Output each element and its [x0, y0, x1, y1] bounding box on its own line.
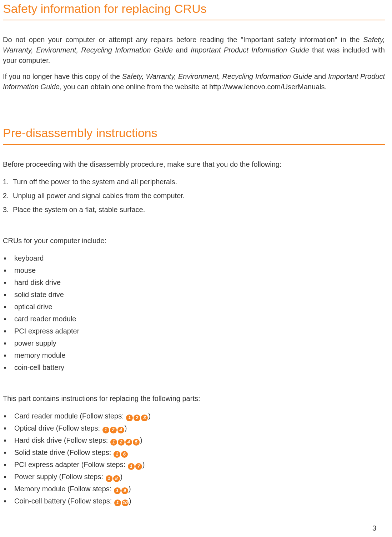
pre-intro-text: Before proceeding with the disassembly p…: [3, 159, 385, 170]
part-label: Card reader module (Follow steps:: [14, 412, 126, 420]
text: and: [312, 72, 328, 80]
text: If you no longer have this copy of the: [3, 72, 122, 80]
text: ): [129, 485, 131, 493]
step-badge-icon: 8: [113, 475, 120, 482]
text: ): [129, 497, 131, 505]
part-label: Optical drive (Follow steps:: [14, 424, 102, 432]
step-badge-icon: 6: [121, 451, 128, 458]
text: ): [120, 473, 123, 481]
step-badge-icon: 4: [125, 439, 132, 446]
list-item: hard disk drive: [11, 277, 385, 288]
list-item: Unplug all power and signal cables from …: [11, 191, 385, 201]
step-badge-icon: 1: [114, 451, 120, 458]
list-item: power supply: [11, 338, 385, 348]
list-item: Coin-cell battery (Follow steps: 110): [11, 496, 385, 506]
part-label: Memory module (Follow steps:: [14, 485, 114, 493]
cru-list: keyboardmousehard disk drivesolid state …: [3, 253, 385, 373]
text: ): [148, 412, 151, 420]
text: ): [125, 424, 127, 432]
step-badge-icon: 5: [133, 439, 140, 446]
step-badge-icon: 7: [135, 463, 142, 470]
list-item: coin-cell battery: [11, 362, 385, 373]
pre-steps-list: Turn off the power to the system and all…: [3, 177, 385, 215]
list-item: Power supply (Follow steps: 18): [11, 472, 385, 482]
text: ): [142, 461, 145, 468]
step-badge-icon: 1: [114, 500, 121, 506]
list-item: PCI express adapter: [11, 326, 385, 336]
text: ): [140, 436, 142, 444]
safety-paragraph-2: If you no longer have this copy of the S…: [3, 71, 385, 92]
step-badge-icon: 9: [121, 487, 128, 494]
step-badge-icon: 10: [122, 500, 129, 506]
text: and: [173, 46, 191, 54]
part-label: PCI express adapter (Follow steps:: [14, 461, 127, 468]
list-item: mouse: [11, 265, 385, 276]
step-badge-icon: 1: [110, 439, 117, 446]
list-item: keyboard: [11, 253, 385, 264]
cru-intro-text: CRUs for your computer include:: [3, 236, 385, 246]
step-badge-icon: 1: [114, 487, 121, 494]
list-item: Turn off the power to the system and all…: [11, 177, 385, 187]
text: Do not open your computer or attempt any…: [3, 36, 363, 44]
list-item: solid state drive: [11, 290, 385, 300]
text: , you can obtain one online from the web…: [60, 83, 327, 91]
step-badge-icon: 2: [110, 427, 117, 433]
step-badge-icon: 2: [118, 439, 125, 446]
list-item: memory module: [11, 350, 385, 361]
list-item: Optical drive (Follow steps: 124): [11, 423, 385, 433]
part-label: Coin-cell battery (Follow steps:: [14, 497, 114, 505]
step-badge-icon: 1: [102, 427, 109, 433]
part-label: Power supply (Follow steps:: [14, 473, 105, 481]
step-badge-icon: 1: [126, 415, 133, 421]
guide-title-1: Safety, Warranty, Environment, Recycling…: [122, 72, 312, 80]
step-badge-icon: 1: [106, 475, 112, 482]
list-item: Solid state drive (Follow steps: 16: [11, 447, 385, 458]
step-badge-icon: 3: [141, 415, 148, 421]
guide-title-2: Important Product Information Guide: [191, 46, 309, 54]
safety-paragraph-1: Do not open your computer or attempt any…: [3, 35, 385, 66]
page-number: 3: [372, 523, 376, 533]
list-item: Place the system on a flat, stable surfa…: [11, 205, 385, 215]
list-item: Hard disk drive (Follow steps: 1245): [11, 435, 385, 446]
list-item: PCI express adapter (Follow steps: 17): [11, 460, 385, 470]
heading-pre-disassembly: Pre-disassembly instructions: [3, 124, 385, 145]
replace-parts-list: Card reader module (Follow steps: 123)Op…: [3, 411, 385, 506]
part-label: Solid state drive (Follow steps:: [14, 448, 113, 456]
step-badge-icon: 2: [134, 415, 140, 421]
list-item: Card reader module (Follow steps: 123): [11, 411, 385, 421]
list-item: optical drive: [11, 302, 385, 312]
part-label: Hard disk drive (Follow steps:: [14, 436, 110, 444]
list-item: card reader module: [11, 314, 385, 324]
heading-safety-info: Safety information for replacing CRUs: [3, 0, 385, 20]
step-badge-icon: 1: [128, 463, 135, 470]
step-badge-icon: 4: [117, 427, 124, 433]
replace-intro-text: This part contains instructions for repl…: [3, 393, 385, 404]
list-item: Memory module (Follow steps: 19): [11, 484, 385, 494]
